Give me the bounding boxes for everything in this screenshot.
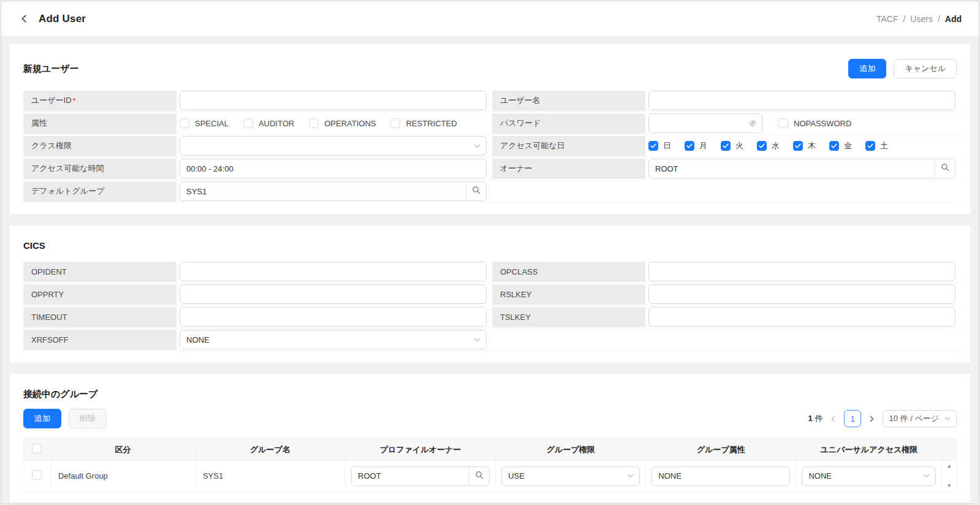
day-mon-option[interactable]: 月 (685, 140, 707, 151)
breadcrumb-current: Add (945, 14, 962, 24)
eye-off-icon[interactable] (748, 119, 757, 127)
opident-label: OPIDENT (23, 262, 177, 282)
owner-field[interactable] (649, 159, 935, 178)
nopassword-option[interactable]: NOPASSWORD (778, 118, 851, 128)
col-group-name: グループ名 (195, 439, 345, 461)
day-sat-option[interactable]: 土 (865, 140, 888, 151)
page-number-button[interactable]: 1 (844, 410, 861, 427)
pagination: 1 件 1 10 件 / ページ (808, 410, 957, 427)
breadcrumb-separator: / (903, 14, 905, 24)
back-icon[interactable] (20, 14, 29, 23)
attribute-special-checkbox[interactable] (180, 118, 189, 128)
col-scrollbar-spacer (942, 439, 957, 461)
xrfsoff-label: XRFSOFF (23, 330, 177, 350)
col-group-attribute: グループ属性 (646, 439, 796, 461)
timeout-field[interactable] (180, 307, 487, 327)
groups-table: 区分 グループ名 プロファイルオーナー グループ権限 グループ属性 ユニバーサル… (23, 438, 957, 492)
attributes-label: 属性 (23, 113, 177, 134)
next-page-icon[interactable] (868, 416, 875, 422)
search-icon (472, 186, 481, 197)
day-sun-option[interactable]: 日 (648, 140, 671, 151)
chevron-down-icon (627, 473, 634, 479)
page-header: Add User TACF / Users / Add (1, 1, 979, 37)
select-all-checkbox[interactable] (32, 444, 42, 454)
opident-field[interactable] (180, 262, 487, 281)
universal-access-select[interactable]: NONE (802, 466, 936, 486)
row-checkbox[interactable] (32, 470, 42, 480)
opclass-label: OPCLASS (492, 262, 645, 282)
breadcrumb-tacf[interactable]: TACF (876, 14, 898, 24)
group-delete-button[interactable]: 削除 (69, 409, 107, 428)
new-user-title: 新規ユーザー (23, 63, 79, 75)
breadcrumb-users[interactable]: Users (910, 14, 933, 24)
day-sat-checkbox[interactable] (865, 141, 875, 151)
user-name-field[interactable] (648, 91, 955, 110)
default-group-field[interactable] (180, 182, 466, 200)
default-group-search-button[interactable] (466, 182, 486, 200)
add-user-button[interactable]: 追加 (848, 59, 886, 78)
access-time-field[interactable] (180, 159, 487, 178)
prev-page-icon[interactable] (830, 416, 837, 422)
opprty-field[interactable] (180, 284, 487, 304)
opprty-label: OPPRTY (23, 284, 177, 305)
attribute-restricted-checkbox[interactable] (390, 118, 400, 128)
day-thu-checkbox[interactable] (793, 141, 803, 151)
class-authority-label: クラス権限 (23, 136, 177, 156)
cics-section: CICS OPIDENT OPCLASS OPPRTY RSLKEY (10, 226, 970, 362)
search-icon (941, 163, 949, 174)
table-scrollbar[interactable]: ▲ ▼ (942, 464, 956, 488)
profile-owner-search-button[interactable] (469, 467, 489, 485)
xrfsoff-select[interactable]: NONE (180, 330, 487, 349)
col-profile-owner: プロファイルオーナー (346, 439, 496, 461)
scroll-down-icon[interactable]: ▼ (947, 484, 952, 488)
default-group-label: デフォルトグループ (23, 181, 177, 202)
day-mon-checkbox[interactable] (685, 141, 694, 151)
opclass-field[interactable] (648, 262, 955, 281)
day-fri-option[interactable]: 金 (829, 140, 852, 151)
class-authority-select[interactable] (180, 136, 487, 156)
col-category: 区分 (50, 439, 195, 461)
cell-category: Default Group (50, 461, 195, 492)
attribute-operations-checkbox[interactable] (309, 118, 319, 128)
required-mark: * (73, 96, 76, 105)
search-icon (475, 471, 484, 481)
attribute-restricted-option[interactable]: RESTRICTED (390, 118, 457, 128)
cell-group-name: SYS1 (195, 461, 345, 492)
group-authority-select[interactable]: USE (501, 466, 640, 486)
cancel-button[interactable]: キャンセル (894, 59, 957, 78)
user-id-field[interactable] (180, 91, 487, 110)
new-user-section: 新規ユーザー 追加 キャンセル ユーザーID* ユーザー名 (10, 44, 970, 214)
profile-owner-field[interactable] (352, 467, 469, 485)
page-title: Add User (39, 13, 86, 25)
password-label: パスワード (492, 113, 645, 134)
owner-label: オーナー (492, 159, 645, 179)
group-add-button[interactable]: 追加 (23, 409, 61, 428)
pagination-total: 1 件 (808, 413, 823, 424)
group-attribute-field[interactable] (651, 466, 790, 486)
day-thu-option[interactable]: 木 (793, 140, 816, 151)
attribute-auditor-option[interactable]: AUDITOR (243, 118, 294, 128)
chevron-down-icon (944, 416, 951, 422)
attribute-operations-option[interactable]: OPERATIONS (309, 118, 376, 128)
tslkey-label: TSLKEY (492, 307, 645, 327)
attribute-special-option[interactable]: SPECIAL (180, 118, 229, 128)
tslkey-field[interactable] (648, 307, 955, 327)
page-size-select[interactable]: 10 件 / ページ (883, 410, 957, 427)
rslkey-field[interactable] (648, 284, 955, 304)
nopassword-checkbox[interactable] (778, 118, 788, 128)
app-window: Add User TACF / Users / Add 新規ユーザー 追加 キャ… (1, 1, 979, 504)
day-fri-checkbox[interactable] (829, 141, 839, 151)
connected-groups-section: 接続中のグループ 追加 削除 1 件 1 10 件 / ページ (10, 374, 970, 503)
owner-search-button[interactable] (935, 159, 955, 178)
day-wed-option[interactable]: 水 (757, 140, 780, 151)
scroll-up-icon[interactable]: ▲ (947, 464, 952, 469)
day-sun-checkbox[interactable] (648, 141, 658, 151)
password-field[interactable] (648, 113, 762, 133)
day-tue-checkbox[interactable] (721, 141, 731, 151)
day-wed-checkbox[interactable] (757, 141, 767, 151)
access-time-label: アクセス可能な時間 (23, 159, 177, 179)
day-tue-option[interactable]: 火 (721, 140, 743, 151)
table-header-row: 区分 グループ名 プロファイルオーナー グループ権限 グループ属性 ユニバーサル… (24, 439, 957, 461)
table-row: Default Group SYS1 (24, 461, 957, 492)
attribute-auditor-checkbox[interactable] (243, 118, 253, 128)
